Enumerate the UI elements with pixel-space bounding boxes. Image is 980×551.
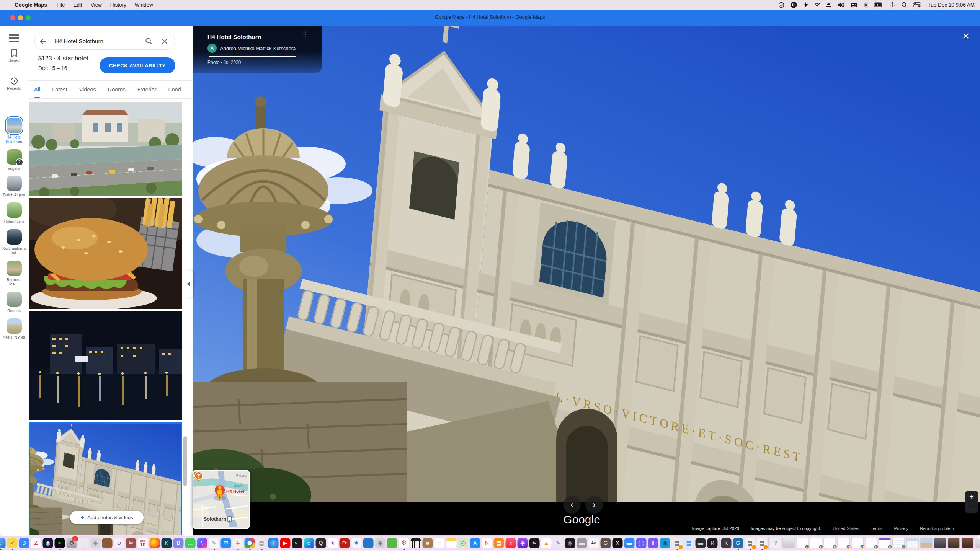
dock-print-center-icon[interactable]: ▤ [684,538,694,548]
mini-map[interactable]: Bar nge Ritterq Aare [193,470,250,529]
zoom-in-button[interactable]: + [969,491,974,502]
dock-window-chrome-5[interactable] [851,538,864,548]
dock-app-store-icon[interactable]: A [470,538,480,548]
zoom-out-button[interactable]: − [969,502,974,512]
next-photo-button[interactable]: › [585,496,603,514]
footer-link-united-states[interactable]: United States [833,526,859,531]
dock-vlc-icon[interactable]: ▲ [541,538,552,548]
dock-window-tv[interactable] [948,538,960,548]
tab-exterior[interactable]: Exterior [137,81,157,98]
eject-icon[interactable] [826,2,831,8]
dock-printer-b-icon[interactable]: ▤ [745,538,755,548]
dock-disk-utility-icon[interactable]: ◉ [90,538,101,548]
tab-food[interactable]: Food [168,81,181,98]
footer-link-terms[interactable]: Terms [871,526,882,531]
dock-comb-icon[interactable] [102,538,113,548]
menu-view[interactable]: View [91,2,102,8]
menubar-clock[interactable]: Tue Dec 10 9:06 AM [928,2,975,8]
dock-keychain-icon[interactable]: K [721,538,732,548]
dock-window-chrome-3[interactable] [824,538,836,548]
dock-window-chrome-stripe[interactable] [879,538,891,548]
dock-frog-icon[interactable] [387,538,397,548]
dock-window-chrome-1[interactable] [796,538,808,548]
dock-gray-utility-icon[interactable]: ▬ [577,538,587,548]
sidebar-place-h4-hotel-solothurn[interactable]: H4 Hotel Solothurn [1,118,28,144]
dock-audio-waves-icon[interactable]: ‖ [648,538,658,548]
dock-chrome-icon[interactable] [245,538,255,548]
dock-speedtest-icon[interactable]: ◉ [43,538,53,548]
footer-link-report-a-problem[interactable]: Report a problem [920,526,954,531]
dock-mail-icon[interactable]: ✉ [221,538,231,548]
photo-thumbnail-night[interactable] [29,311,182,420]
usb-icon[interactable] [815,2,820,8]
dock-usb-media-icon[interactable]: ψ [114,538,124,548]
sidebar-place-rennes[interactable]: Rennes [1,292,28,313]
dock-font-book-icon[interactable]: Aa [589,538,599,548]
dock-notes-icon[interactable] [446,538,457,548]
sidebar-place-northumberland[interactable]: Northumberland [1,229,28,256]
close-photo-icon[interactable]: ✕ [960,31,972,42]
dock-loom-icon[interactable]: ◯ [636,538,647,548]
dock-window-printer[interactable] [782,538,795,548]
menu-file[interactable]: File [57,2,65,8]
dock-podcasts-icon[interactable]: ◉ [518,538,528,548]
dock-apple-tv-icon[interactable]: tv [529,538,540,548]
shortcuts-icon[interactable] [803,2,808,8]
input-source-icon[interactable]: x [851,2,858,8]
dock-zinio-icon[interactable]: Z [31,538,41,548]
dock-gimp-icon[interactable]: G [601,538,611,548]
control-center-icon[interactable] [913,2,921,7]
dock-garagesale-icon[interactable]: G [733,538,743,548]
tab-rooms[interactable]: Rooms [108,81,126,98]
dock-trash-icon[interactable] [975,538,980,548]
dock-printer-a-icon[interactable]: ▤ [672,538,682,548]
dock-safari-icon[interactable]: ✧ [268,538,279,548]
dock-messages-icon[interactable]: … [185,538,196,548]
dock-reeder-icon[interactable]: R [707,538,718,548]
volume-icon[interactable] [838,2,844,8]
main-menu-icon[interactable] [9,34,19,42]
dock-music-icon[interactable]: ♫ [506,538,516,548]
dock-textedit-icon[interactable]: ✎ [209,538,219,548]
dock-calendar-icon[interactable]: DEC10 [138,538,148,548]
search-input[interactable]: H4 Hotel Solothurn [55,38,140,44]
back-arrow-icon[interactable] [35,37,52,45]
menu-history[interactable]: History [110,2,126,8]
dock-window-chrome-4[interactable] [838,538,850,548]
menu-window[interactable]: Window [135,2,153,8]
dock-window-chrome-2[interactable] [810,538,822,548]
dock-books-icon[interactable]: ▤ [494,538,504,548]
dock-audio-meter-icon[interactable]: ≈ [55,538,65,548]
dock-kindle-icon[interactable]: K [162,538,172,548]
dock-xquartz-icon[interactable]: X [612,538,623,548]
dock-finder-icon[interactable]: ☺ [0,538,6,548]
dock-blue-utility-icon[interactable]: ❖ [351,538,362,548]
dock-google-maps-icon[interactable]: ◈ [233,538,243,548]
sidebar-item-recents[interactable]: Recents [0,77,28,91]
sidebar-place-oxfordshire[interactable]: Oxfordshire [1,202,28,224]
search-box[interactable]: H4 Hotel Solothurn [34,33,175,50]
dock-youtube-icon[interactable]: ▶ [280,538,291,548]
tab-all[interactable]: All [34,81,40,98]
dock-script-editor-icon[interactable]: ✎ [553,538,564,548]
dock-quicktime-icon[interactable]: Q [316,538,326,548]
spotlight-search-icon[interactable] [902,2,907,8]
previous-photo-button[interactable]: ‹ [563,496,581,514]
dock-star-app-icon[interactable]: ★ [328,538,338,548]
sidebar-place-14408-ny-90[interactable]: 14408 NY-90 [1,318,28,340]
dock-messenger-icon[interactable]: ϟ [197,538,207,548]
dock-dvd-player-icon[interactable]: ◉ [375,538,385,548]
photo-author[interactable]: Andrea Michiko Mattick-Kutschera [220,46,296,51]
dock-window-photo-beach[interactable] [920,538,933,548]
hotel-dates[interactable]: Dec 15 – 16 [38,65,67,71]
dock-window-photo-people[interactable] [934,538,946,548]
dock-contacts-icon[interactable]: ☻ [423,538,433,548]
bluetooth-icon[interactable] [864,2,868,8]
more-options-icon[interactable]: ⋮ [301,33,309,42]
photo-thumbnail-aerial[interactable] [29,102,182,196]
dock-news-icon[interactable]: N [482,538,492,548]
dock-preview-icon[interactable]: ▤ [256,538,267,548]
add-photos-button[interactable]: + Add photos & videos [70,511,144,524]
dock-photos-icon[interactable]: ✻ [399,538,409,548]
search-icon[interactable] [140,37,157,45]
